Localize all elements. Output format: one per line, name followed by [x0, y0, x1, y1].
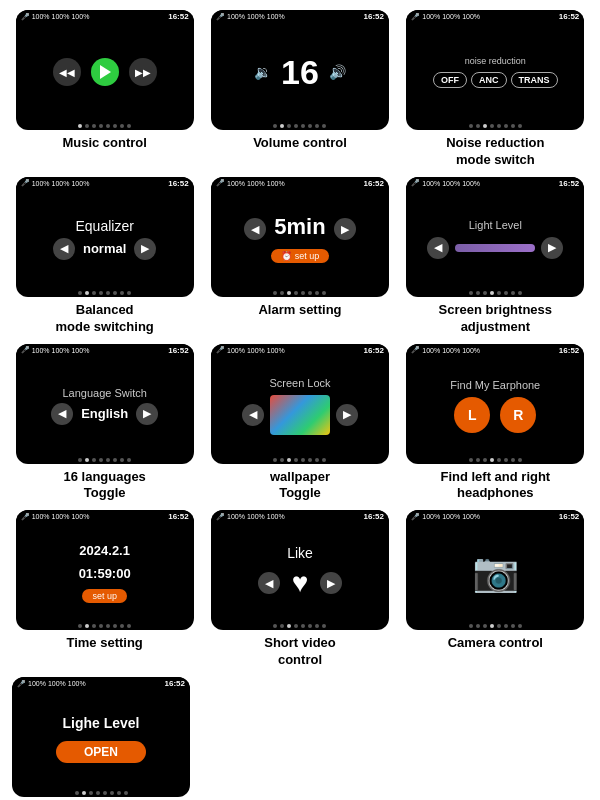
brightness-up-button[interactable]: ▶: [541, 237, 563, 259]
card-time-setting: 🎤 100% 100% 100% 16:52 2024.2.1 01:59:00…: [10, 510, 199, 669]
dot-fi1: [469, 458, 473, 462]
status-bar-lighe: 🎤 100% 100% 100% 16:52: [12, 677, 190, 690]
card-find-earphone: 🎤 100% 100% 100% 16:52 Find My Earphone …: [401, 344, 590, 503]
b1-br: 100%: [422, 180, 440, 187]
b3-br: 100%: [462, 180, 480, 187]
dot-v2: [280, 124, 284, 128]
dot-ts7: [120, 624, 124, 628]
dot-ca8: [518, 624, 522, 628]
b3-nr: 100%: [462, 13, 480, 20]
dot-indicator-eq: [16, 288, 194, 297]
status-left-cam: 🎤 100% 100% 100%: [411, 513, 480, 521]
status-left-wp: 🎤 100% 100% 100%: [216, 346, 285, 354]
b1-nr: 100%: [422, 13, 440, 20]
dot-8: [127, 124, 131, 128]
lang-prev-button[interactable]: ◀: [51, 403, 73, 425]
dot-la7: [120, 458, 124, 462]
like-row: ◀ ♥ ▶: [258, 567, 343, 599]
dot-nr3: [483, 124, 487, 128]
status-left-br: 🎤 100% 100% 100%: [411, 179, 480, 187]
status-bar-sv: 🎤 100% 100% 100% 16:52: [211, 510, 389, 523]
alarm-next-button[interactable]: ▶: [334, 218, 356, 240]
nr-anc-button[interactable]: ANC: [471, 72, 507, 88]
open-button[interactable]: OPEN: [56, 741, 146, 763]
dot-sv4: [294, 624, 298, 628]
brightness-down-button[interactable]: ◀: [427, 237, 449, 259]
dot-ca6: [504, 624, 508, 628]
find-title: Find My Earphone: [450, 379, 540, 391]
battery3: 100%: [71, 13, 89, 20]
dot-al1: [273, 291, 277, 295]
vol-up-icon[interactable]: 🔊: [329, 64, 346, 80]
like-label: Like: [287, 545, 313, 561]
dot-sv3: [287, 624, 291, 628]
dot-indicator-lang: [16, 455, 194, 464]
card-short-video: 🎤 100% 100% 100% 16:52 Like ◀ ♥ ▶: [205, 510, 394, 669]
b1-eq: 100%: [32, 180, 50, 187]
lr-buttons: L R: [454, 397, 536, 433]
b3-eq: 100%: [71, 180, 89, 187]
volume-content: 🔉 16 🔊: [211, 23, 389, 121]
dot-br5: [497, 291, 501, 295]
dot-5: [106, 124, 110, 128]
lang-next-button[interactable]: ▶: [136, 403, 158, 425]
status-bar-ts: 🎤 100% 100% 100% 16:52: [16, 510, 194, 523]
dot-br3: [483, 291, 487, 295]
sv-content: Like ◀ ♥ ▶: [211, 523, 389, 621]
alarm-prev-button[interactable]: ◀: [244, 218, 266, 240]
vol-down-icon[interactable]: 🔉: [254, 64, 271, 80]
b3-vol: 100%: [267, 13, 285, 20]
camera-icon[interactable]: 📷: [472, 550, 519, 594]
prev-button[interactable]: ◀◀: [53, 58, 81, 86]
light-title: Light Level: [469, 219, 522, 231]
find-left-button[interactable]: L: [454, 397, 490, 433]
dot-2: [85, 124, 89, 128]
dot-eq7: [120, 291, 124, 295]
dot-al7: [315, 291, 319, 295]
nr-trans-button[interactable]: TRANS: [511, 72, 558, 88]
play-button[interactable]: [91, 58, 119, 86]
music-controls: ◀◀ ▶▶: [53, 58, 157, 86]
dot-al8: [322, 291, 326, 295]
heart-icon[interactable]: ♥: [292, 567, 309, 599]
time-setup-button[interactable]: set up: [82, 589, 127, 603]
dot-br6: [504, 291, 508, 295]
wp-prev-button[interactable]: ◀: [242, 404, 264, 426]
watch-screen-volume: 🎤 100% 100% 100% 16:52 🔉 16 🔊: [211, 10, 389, 130]
dot-la5: [106, 458, 110, 462]
card-label-language: 16 languagesToggle: [63, 469, 145, 503]
time-setup-label: set up: [92, 591, 117, 601]
battery2: 100%: [52, 13, 70, 20]
wallpaper-thumbnail: [270, 395, 330, 435]
eq-title: Equalizer: [75, 218, 133, 234]
dot-wp5: [301, 458, 305, 462]
mic-icon-nr: 🎤: [411, 13, 420, 21]
eq-prev-button[interactable]: ◀: [53, 238, 75, 260]
nr-off-button[interactable]: OFF: [433, 72, 467, 88]
b3-find: 100%: [462, 347, 480, 354]
wp-next-button[interactable]: ▶: [336, 404, 358, 426]
dot-la8: [127, 458, 131, 462]
eq-next-button[interactable]: ▶: [134, 238, 156, 260]
volume-display: 🔉 16 🔊: [254, 53, 346, 92]
sv-next-button[interactable]: ▶: [320, 572, 342, 594]
dot-ts8: [127, 624, 131, 628]
sv-prev-button[interactable]: ◀: [258, 572, 280, 594]
card-label-eq: Balancedmode switching: [56, 302, 154, 336]
dot-la6: [113, 458, 117, 462]
card-music-control: 🎤 100% 100% 100% 16:52 ◀◀ ▶▶: [10, 10, 199, 169]
nr-buttons: OFF ANC TRANS: [433, 72, 558, 88]
alarm-setup-button[interactable]: ⏰ set up: [271, 249, 330, 263]
watch-screen-time: 🎤 100% 100% 100% 16:52 2024.2.1 01:59:00…: [16, 510, 194, 630]
status-bar-wp: 🎤 100% 100% 100% 16:52: [211, 344, 389, 357]
find-right-button[interactable]: R: [500, 397, 536, 433]
b3-wp: 100%: [267, 347, 285, 354]
watch-screen-wallpaper: 🎤 100% 100% 100% 16:52 Screen Lock ◀ ▶: [211, 344, 389, 464]
status-bar-find: 🎤 100% 100% 100% 16:52: [406, 344, 584, 357]
dot-sv8: [322, 624, 326, 628]
dot-indicator-vol: [211, 121, 389, 130]
status-left-ts: 🎤 100% 100% 100%: [21, 513, 90, 521]
lang-mode-text: English: [81, 406, 128, 421]
next-button[interactable]: ▶▶: [129, 58, 157, 86]
nr-content: noise reduction OFF ANC TRANS: [406, 23, 584, 121]
